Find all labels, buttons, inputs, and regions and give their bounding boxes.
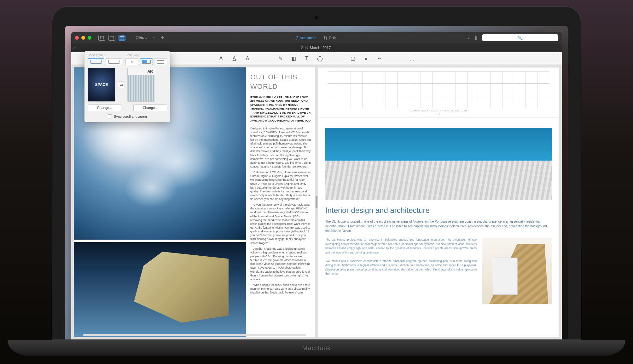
text-box-icon[interactable]: T: [304, 56, 310, 61]
titlebar-right: ⇥ ⇧ 🔍: [465, 34, 558, 41]
sync-row: Sync scroll and zoom: [88, 114, 167, 118]
architecture-hero-image: [325, 128, 552, 200]
app-window: 70% ⌄ − + 𝒵 Annotate T| Edit ⇥: [71, 32, 562, 339]
para: Given the autonomy of the player, naviga…: [250, 203, 311, 245]
satellite-image: [74, 242, 246, 337]
zoom-out-button[interactable]: −: [151, 35, 156, 41]
desktop-wallpaper: 70% ⌄ − + 𝒵 Annotate T| Edit ⇥: [65, 26, 568, 339]
doc-intro: The QL House is located in one of the mo…: [325, 219, 552, 233]
h-scrollbar[interactable]: [83, 334, 306, 336]
zoom-value: 70%: [136, 36, 144, 40]
pencil-icon: 𝒵: [295, 35, 298, 40]
doc-col-left: The QL House project was an exercise in …: [325, 238, 477, 304]
edit-tab[interactable]: T| Edit: [323, 36, 336, 40]
zoom-in-button[interactable]: +: [160, 35, 165, 41]
annotate-label: Annotate: [299, 36, 316, 40]
stamp-icon[interactable]: ▲: [363, 56, 369, 61]
traffic-lights: [75, 36, 91, 40]
tab-add-button[interactable]: +: [554, 45, 562, 50]
right-pane[interactable]: COMPUTERARTS.CREATIVE.BLOG.COM 05 Interi…: [318, 67, 559, 337]
text-highlight-icon[interactable]: Ā: [218, 56, 224, 61]
macbook-base: MacBook: [8, 340, 625, 356]
split-view-label: Split View: [125, 54, 167, 57]
split-divider[interactable]: [316, 196, 317, 208]
page-layout-icon[interactable]: [108, 35, 115, 41]
architecture-section-drawing: COMPUTERARTS.CREATIVE.BLOG.COM 05: [318, 67, 559, 118]
sync-checkbox[interactable]: [108, 114, 112, 118]
macbook-label: MacBook: [302, 344, 331, 352]
split-view-icon[interactable]: [119, 35, 125, 41]
split-mode-a[interactable]: A: [125, 58, 138, 65]
chevron-down-icon: ⌄: [145, 36, 148, 40]
macbook-frame: 70% ⌄ − + 𝒵 Annotate T| Edit ⇥: [52, 6, 581, 340]
page-layout-label: Page Layout: [88, 54, 122, 57]
change-left-button[interactable]: Change...: [88, 104, 121, 111]
minimize-window-button[interactable]: [81, 36, 85, 40]
text-cursor-icon: T|: [323, 36, 327, 40]
layout-double-option[interactable]: [106, 58, 122, 65]
doc-page: Interior design and architecture The QL …: [318, 122, 559, 334]
selection-icon[interactable]: ⛶: [409, 56, 415, 61]
article-lead: EVER WANTED TO SEE THE EARTH FROM 250 MI…: [250, 95, 311, 122]
thumbnail-row: SPACE ⇄ AR: [88, 68, 167, 102]
fullscreen-window-button[interactable]: [88, 36, 91, 40]
import-icon[interactable]: ⇥: [465, 35, 469, 41]
camera-dot: [315, 16, 318, 20]
para: Designed to inspire the next generation …: [250, 127, 311, 169]
titlebar: 70% ⌄ − + 𝒵 Annotate T| Edit ⇥: [71, 32, 562, 43]
right-document: COMPUTERARTS.CREATIVE.BLOG.COM 05 Interi…: [318, 67, 559, 337]
eraser-icon[interactable]: ◧: [290, 55, 297, 61]
share-icon[interactable]: ⇧: [474, 35, 478, 41]
tab-title: Arts_March_2017: [78, 46, 554, 50]
layout-single-option[interactable]: [88, 58, 104, 65]
para: Delivered on HTC Vive, Home was created …: [250, 170, 311, 201]
page-footer: COMPUTERARTS.CREATIVE.BLOG.COM 05: [318, 109, 559, 115]
zoom-level-dropdown[interactable]: 70% ⌄: [136, 36, 148, 40]
close-window-button[interactable]: [75, 36, 79, 40]
article-body: Designed to inspire the next generation …: [250, 127, 311, 295]
titlebar-center: 𝒵 Annotate T| Edit: [168, 35, 462, 40]
change-right-button[interactable]: Change...: [133, 104, 167, 111]
shape-icon[interactable]: ◯: [317, 55, 323, 61]
tab-close-button[interactable]: ×: [71, 45, 78, 50]
note-icon[interactable]: ▢: [350, 55, 356, 61]
strikethrough-icon[interactable]: A: [244, 56, 251, 61]
right-doc-thumbnail[interactable]: AR: [127, 68, 155, 102]
para: Another challenge was avoiding uncanny v…: [250, 247, 311, 281]
section-elevation: [328, 71, 549, 108]
left-doc-thumbnail[interactable]: SPACE: [88, 68, 115, 102]
doc-columns: The QL House project was an exercise in …: [325, 238, 552, 304]
edit-label: Edit: [329, 36, 336, 40]
underline-icon[interactable]: A: [231, 56, 237, 61]
para: With a haptic feedback chair and a heart…: [250, 283, 311, 294]
magazine-text: OUT OF THIS WORLD EVER WANTED TO SEE THE…: [246, 67, 315, 337]
sync-label: Sync scroll and zoom: [114, 115, 147, 118]
pen-tool-icon[interactable]: ✎: [277, 55, 283, 61]
doc-heading: Interior design and architecture: [325, 206, 552, 215]
staircase-image: [482, 238, 552, 304]
swap-docs-button[interactable]: ⇄: [118, 81, 125, 88]
signature-icon[interactable]: ✒: [376, 55, 382, 61]
search-icon: 🔍: [518, 36, 523, 40]
search-input[interactable]: 🔍: [482, 34, 558, 41]
annotate-tab[interactable]: 𝒵 Annotate: [295, 35, 316, 40]
split-mode-side[interactable]: [140, 58, 153, 65]
split-mode-stack[interactable]: [154, 58, 167, 65]
view-options-popover: Page Layout Split View A: [84, 51, 170, 122]
sidebar-toggle-icon[interactable]: [98, 35, 105, 41]
article-title: OUT OF THIS WORLD: [250, 72, 311, 91]
